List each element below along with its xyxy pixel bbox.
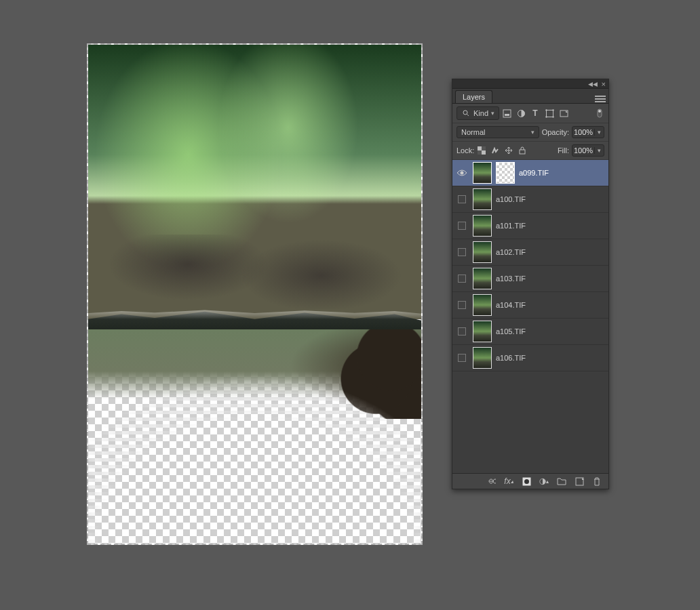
chevron-down-icon: ▾ [531,129,534,136]
svg-point-18 [461,171,464,175]
link-layers-icon[interactable] [486,476,496,486]
layer-row[interactable]: a103.TIF [452,266,608,292]
layer-thumbnail[interactable] [473,241,492,263]
fill-value[interactable] [572,145,594,156]
filter-pixel-icon[interactable] [502,108,511,118]
filter-type-value: Kind [473,109,488,117]
panel-menu-icon[interactable] [595,95,606,103]
svg-rect-14 [482,150,486,155]
lock-position-icon[interactable] [504,146,513,155]
panel-tabs: Layers [452,89,608,104]
layer-name-label[interactable]: a101.TIF [496,222,526,230]
svg-point-0 [463,110,467,115]
fill-label: Fill: [558,146,569,155]
blend-row: Normal ▾ Opacity: ▾ [452,123,608,142]
layer-visibility-toggle[interactable] [455,319,469,344]
layer-thumbnail[interactable] [473,215,492,237]
filter-adjustment-icon[interactable] [516,108,526,118]
filter-type-icon[interactable]: T [530,108,540,118]
visibility-checkbox [458,354,466,362]
svg-point-12 [598,110,601,113]
layer-name-label[interactable]: a100.TIF [496,195,526,203]
layer-row[interactable]: a104.TIF [452,292,608,319]
filter-row: Kind ▾ T [452,104,608,123]
lock-image-icon[interactable] [490,146,500,155]
search-icon [461,108,471,118]
layer-row[interactable]: a106.TIF [452,345,608,371]
opacity-input[interactable]: ▾ [572,126,604,138]
svg-rect-17 [520,150,525,154]
layer-name-label[interactable]: a105.TIF [496,327,526,336]
chevron-down-icon[interactable]: ▾ [594,147,604,154]
layer-row[interactable]: a101.TIF [452,213,608,239]
layer-visibility-toggle[interactable] [455,160,469,186]
svg-rect-3 [505,114,509,116]
eye-icon [456,169,467,177]
new-group-icon[interactable] [557,476,566,486]
svg-line-1 [467,115,469,117]
lock-transparency-icon[interactable] [477,146,486,155]
layer-mask-thumbnail[interactable] [496,162,515,184]
tab-layers[interactable]: Layers [455,90,492,103]
visibility-checkbox [458,222,466,230]
visibility-checkbox [458,327,466,336]
layer-visibility-toggle[interactable] [455,292,469,318]
layer-list: a099.TIFa100.TIFa101.TIFa102.TIFa103.TIF… [452,160,608,473]
layer-visibility-toggle[interactable] [455,186,469,212]
layer-row[interactable]: a100.TIF [452,186,608,213]
add-mask-icon[interactable] [522,476,531,486]
layer-thumbnail[interactable] [473,268,492,289]
opacity-label: Opacity: [542,128,569,136]
svg-point-6 [545,109,547,110]
layer-name-label[interactable]: a104.TIF [496,301,526,309]
layer-visibility-toggle[interactable] [455,345,469,371]
layers-panel: ◀◀ × Layers Kind ▾ T Normal [452,79,609,489]
new-layer-icon[interactable] [575,476,584,486]
svg-point-8 [545,116,547,117]
layer-row[interactable]: a099.TIF [452,160,608,186]
layer-row[interactable]: a102.TIF [452,239,608,266]
filter-toggle-switch[interactable] [595,108,604,118]
lock-label: Lock: [456,146,474,155]
layer-thumbnail[interactable] [473,347,492,369]
layer-visibility-toggle[interactable] [455,266,469,291]
layer-thumbnail[interactable] [473,162,492,184]
filter-type-dropdown[interactable]: Kind ▾ [456,106,499,120]
visibility-checkbox [458,274,466,283]
panel-close-icon[interactable]: × [602,80,606,88]
fill-input[interactable]: ▾ [572,144,604,157]
lock-row: Lock: Fill: ▾ [452,142,608,160]
blend-mode-dropdown[interactable]: Normal ▾ [456,126,539,138]
chevron-down-icon[interactable]: ▾ [594,129,604,136]
layer-thumbnail[interactable] [473,321,492,342]
panel-footer: fx▴ ▴ [452,473,608,489]
lock-all-icon[interactable] [518,146,527,155]
layer-visibility-toggle[interactable] [455,239,469,265]
visibility-checkbox [458,195,466,203]
filter-smartobject-icon[interactable] [559,108,568,118]
layer-visibility-toggle[interactable] [455,213,469,239]
chevron-down-icon: ▾ [491,110,494,117]
svg-rect-13 [478,146,482,150]
layer-list-empty-area[interactable] [452,371,608,473]
svg-rect-16 [478,150,482,155]
layer-name-label[interactable]: a103.TIF [496,274,526,283]
document-canvas[interactable] [87,43,423,545]
svg-point-9 [552,116,553,117]
layer-thumbnail[interactable] [473,188,492,210]
tab-label: Layers [463,93,485,101]
layer-thumbnail[interactable] [473,294,492,316]
new-adjustment-icon[interactable]: ▴ [539,476,549,486]
opacity-value[interactable] [572,127,594,138]
delete-layer-icon[interactable] [592,476,602,486]
panel-collapse-icon[interactable]: ◀◀ [588,81,598,87]
layer-name-label[interactable]: a106.TIF [496,354,526,362]
svg-rect-5 [546,110,553,117]
filter-shape-icon[interactable] [545,108,554,118]
layer-name-label[interactable]: a102.TIF [496,248,526,256]
visible-layer-image [88,45,421,544]
layer-row[interactable]: a105.TIF [452,319,608,345]
layer-style-icon[interactable]: fx▴ [504,476,513,486]
layer-name-label[interactable]: a099.TIF [519,169,549,177]
svg-rect-15 [482,146,486,150]
